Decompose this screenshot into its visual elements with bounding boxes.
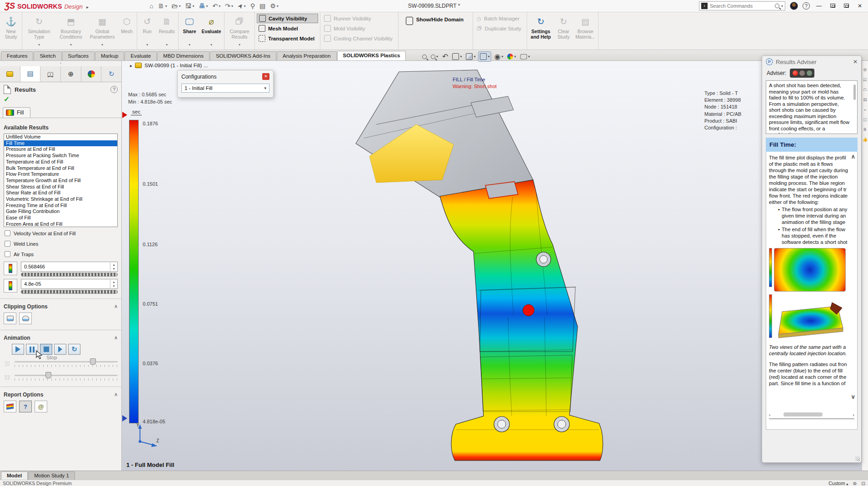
transparent-model-button[interactable]: Transparent Model (257, 34, 318, 43)
configurations-window[interactable]: Configurations ✕ 1 - Initial Fill ▾ (177, 70, 274, 98)
evaluate-button[interactable]: ⌀ Evaluate ▾ (200, 13, 223, 49)
search-icon[interactable] (775, 4, 779, 8)
open-button[interactable]: 🗁▾ (170, 2, 182, 10)
stepper-up-icon[interactable]: ▴ (113, 263, 115, 267)
caret-down-icon[interactable]: ▾ (70, 42, 72, 48)
caret-down-icon[interactable]: ▾ (474, 55, 475, 59)
tab-configuration-manager[interactable]: 🕮 (40, 66, 61, 82)
custom-units-dropdown[interactable]: Custom ▴ (828, 481, 848, 486)
loop-button[interactable]: ↻ (68, 344, 80, 355)
forum-icon[interactable]: 👍 (863, 137, 868, 142)
caret-down-icon[interactable]: ▾ (528, 55, 530, 59)
list-item[interactable]: Temperature at End of Fill (4, 159, 117, 165)
speed-slider[interactable] (15, 372, 118, 382)
tab-mbd-dimensions[interactable]: MBD Dimensions (157, 51, 210, 60)
collapse-icon[interactable]: ∧ (114, 335, 118, 341)
air-traps-checkbox[interactable] (5, 251, 10, 257)
help-icon[interactable]: ? (803, 2, 810, 10)
brand-expand-icon[interactable]: ▸ (86, 5, 89, 10)
clipping-plane-button[interactable] (4, 312, 16, 324)
pin-button[interactable]: ⚲ (249, 2, 257, 10)
caret-down-icon[interactable]: ▾ (231, 4, 233, 8)
list-item[interactable]: Shear Rate at End of Fill (4, 190, 117, 196)
tab-display-manager[interactable] (81, 66, 102, 82)
configuration-select[interactable]: 1 - Initial Fill ▾ (181, 84, 269, 93)
fill-tab[interactable]: Fill (3, 107, 30, 118)
select-button[interactable]: ➤▾ (236, 2, 248, 10)
isosurface-button[interactable] (19, 312, 32, 324)
list-item[interactable]: Frozen Area at End of Fill (4, 221, 117, 227)
scroll-up-icon[interactable]: ∧ (851, 154, 855, 160)
design-library-icon[interactable]: 🕮 (863, 77, 867, 82)
batch-manager-button[interactable]: ◷ Batch Manager (475, 14, 525, 23)
caret-down-icon[interactable]: ▾ (781, 4, 783, 8)
search-input[interactable] (710, 3, 775, 9)
browse-material-button[interactable]: ▤ Browse Materia... (574, 13, 597, 49)
scrollbar-thumb[interactable] (783, 412, 823, 417)
scroll-left-icon[interactable]: ‹ (769, 412, 771, 418)
mesh-button[interactable]: ⬡ Mesh (118, 13, 136, 49)
tab-solidworks-plastics[interactable]: SOLIDWORKS Plastics (337, 51, 406, 60)
new-study-button[interactable]: ⚓ New Study (1, 13, 21, 49)
step-forward-button[interactable] (54, 344, 66, 355)
clipping-options-header[interactable]: Clipping Options ∧ (0, 299, 121, 312)
list-item[interactable]: Flow Front Temperature (4, 171, 117, 178)
file-explorer-icon[interactable]: 🗀 (863, 87, 867, 92)
min-plot-value-input[interactable] (21, 281, 110, 287)
legend-min-marker[interactable] (122, 415, 127, 422)
new-document-button[interactable]: 🗎▾ (156, 2, 169, 10)
caret-down-icon[interactable]: ▾ (166, 42, 168, 48)
view-orientation-button[interactable]: ▾ (464, 51, 477, 62)
caret-down-icon[interactable]: ▾ (206, 4, 208, 8)
report-options-header[interactable]: Report Options ∧ (0, 387, 121, 400)
tab-model[interactable]: Model (1, 471, 28, 480)
minimize-button[interactable]: — (814, 3, 823, 9)
min-plot-value-field[interactable]: ▴▾ (21, 279, 118, 289)
caret-down-icon[interactable]: ▾ (38, 42, 40, 48)
generate-report-button[interactable] (4, 401, 16, 412)
caret-down-icon[interactable]: ▾ (219, 4, 220, 8)
report-help-button[interactable]: ? (19, 401, 32, 412)
mesh-model-button[interactable]: Mesh Model (257, 24, 318, 33)
search-commands-box[interactable]: › ▾ (699, 1, 785, 10)
play-button[interactable] (12, 344, 24, 355)
tab-solidworks-add-ins[interactable]: SOLIDWORKS Add-Ins (210, 51, 276, 60)
caret-down-icon[interactable]: ▾ (514, 55, 516, 59)
close-icon[interactable]: ✕ (853, 59, 858, 65)
caret-down-icon[interactable]: ▾ (101, 42, 103, 48)
tab-feature-manager[interactable] (0, 66, 20, 82)
list-item[interactable]: Shear Stress at End of Fill (4, 184, 117, 190)
list-item[interactable]: Volumetric Shrinkage at End of Fill (4, 196, 117, 203)
caret-down-icon[interactable]: ▾ (460, 55, 462, 59)
tree-expand-icon[interactable]: ▸ (130, 63, 132, 68)
stepper-down-icon[interactable]: ▾ (113, 267, 115, 271)
mold-visibility-button[interactable]: Mold Visibility (322, 24, 396, 33)
graphics-viewport[interactable]: ▸ SW-09099 (1 - Initial Fill) ... Config… (122, 61, 868, 471)
tab-surfaces[interactable]: Surfaces (62, 51, 95, 60)
appearances-icon[interactable]: ◒ (864, 107, 866, 112)
tab-plastics-manager[interactable]: ↻ (101, 66, 121, 82)
cavity-visibility-button[interactable]: Cavity Visibility (257, 14, 318, 23)
settings-and-help-button[interactable]: ↻ Settings and Help (528, 13, 554, 49)
tab-features[interactable]: Features (1, 51, 33, 60)
section-view-button[interactable]: ▾ (451, 51, 463, 62)
run-button[interactable]: ↺ Run ▾ (138, 13, 156, 49)
caret-down-icon[interactable]: ▾ (146, 42, 148, 48)
list-item[interactable]: Gate Filling Contribution (4, 208, 117, 215)
scrollbar-thumb[interactable] (853, 84, 856, 100)
stepper-down-icon[interactable]: ▾ (113, 284, 115, 288)
tab-markup[interactable]: Markup (95, 51, 124, 60)
collapse-icon[interactable]: ∧ (114, 392, 118, 398)
view-palette-icon[interactable]: ▤ (863, 97, 867, 102)
view-settings-button[interactable]: 🖵▾ (519, 51, 531, 62)
caret-down-icon[interactable]: ▾ (239, 42, 240, 48)
slider-rail[interactable] (15, 361, 118, 362)
available-results-list[interactable]: Unfilled Volume Fill Time Pressure at En… (4, 134, 118, 227)
caret-down-icon[interactable]: ▾ (436, 55, 438, 59)
edrawings-button[interactable]: @ (35, 401, 47, 412)
adviser-message-box[interactable]: A short shot has been detected, meaning … (766, 80, 858, 134)
weld-lines-checkbox[interactable] (5, 241, 10, 247)
split-view-button[interactable] (828, 3, 837, 9)
display-status-icon[interactable]: ⊡ (861, 481, 865, 486)
scroll-right-icon[interactable]: › (853, 412, 854, 418)
